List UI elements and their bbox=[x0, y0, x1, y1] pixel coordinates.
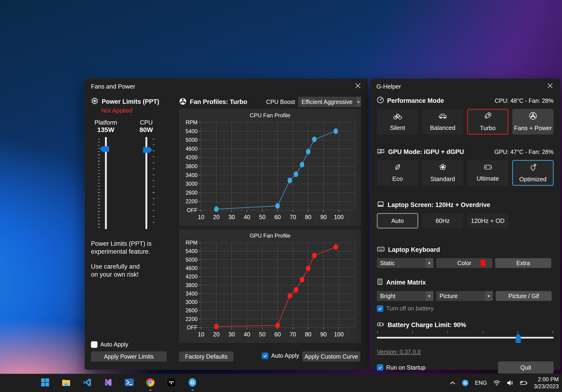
turn-off-on-battery-checkbox[interactable] bbox=[377, 305, 383, 312]
quit-button[interactable]: Quit bbox=[498, 361, 554, 374]
turbo-label: Turbo bbox=[480, 124, 496, 132]
ghelper-close-button[interactable] bbox=[546, 82, 554, 90]
run-on-startup-checkbox[interactable] bbox=[377, 364, 383, 371]
svg-text:3800: 3800 bbox=[186, 163, 198, 169]
performance-turbo-button[interactable]: Turbo bbox=[467, 109, 508, 134]
ghelper-icon: G bbox=[188, 378, 197, 388]
gauge-icon bbox=[377, 97, 384, 105]
chevron-down-icon: ▼ bbox=[484, 291, 493, 301]
slider-ticks bbox=[153, 139, 154, 227]
cpu-fan-profile-chart[interactable]: CPU Fan ProfileRPM5400500046004200380034… bbox=[179, 109, 361, 226]
platform-limit-value: 135W bbox=[97, 126, 114, 133]
volume-icon[interactable] bbox=[507, 380, 514, 386]
factory-defaults-button[interactable]: Factory Defaults bbox=[179, 351, 234, 362]
clock-time: 2:00 PM bbox=[534, 376, 559, 383]
svg-text:4600: 4600 bbox=[186, 146, 198, 152]
performance-fans-power-button[interactable]: Fans + Power bbox=[512, 109, 554, 134]
chrome-button[interactable] bbox=[140, 374, 161, 392]
cpu-limit-value: 80W bbox=[140, 126, 153, 133]
platform-limit-slider[interactable] bbox=[89, 137, 122, 230]
fans-window-titlebar: Fans and Power bbox=[85, 78, 368, 90]
visual-studio-button[interactable] bbox=[98, 374, 119, 392]
anime-picture-gif-button[interactable]: Picture / Gif bbox=[496, 291, 552, 301]
svg-text:2200: 2200 bbox=[186, 198, 198, 204]
platform-limit-label: Platform bbox=[89, 119, 122, 126]
cpu-limit-slider[interactable] bbox=[129, 137, 163, 230]
cpu-boost-dropdown[interactable]: Efficient Aggressive ▼ bbox=[298, 97, 361, 107]
fans-and-power-window: Fans and Power Power Limits (PPT) Not Ap… bbox=[85, 78, 368, 370]
tidal-button[interactable] bbox=[161, 374, 182, 392]
laptop-screen-heading: Laptop Screen: 120Hz + Overdrive bbox=[388, 201, 490, 209]
svg-text:RPM: RPM bbox=[186, 119, 198, 125]
tray-language[interactable]: ENG bbox=[475, 380, 487, 386]
tray-ghelper-icon[interactable]: G bbox=[462, 379, 469, 386]
wifi-icon[interactable] bbox=[493, 380, 501, 386]
svg-text:50: 50 bbox=[259, 331, 266, 337]
svg-text:80: 80 bbox=[305, 214, 311, 220]
tray-clock[interactable]: 2:00 PM 3/23/2023 bbox=[534, 376, 559, 390]
keyboard-color-button[interactable]: Color bbox=[436, 258, 492, 268]
screen-60hz-button[interactable]: 60Hz bbox=[422, 213, 463, 228]
gpu-temp-fan-info: GPU: 47°C - Fan: 28% bbox=[494, 149, 554, 155]
curve-auto-apply-checkbox[interactable] bbox=[262, 353, 268, 359]
power-auto-apply-checkbox[interactable] bbox=[91, 341, 97, 348]
battery-slider-thumb[interactable] bbox=[516, 334, 521, 343]
anime-brightness-dropdown[interactable]: Bright ▼ bbox=[377, 291, 433, 301]
apply-custom-curve-button[interactable]: Apply Custom Curve bbox=[302, 351, 360, 362]
apply-power-limits-button[interactable]: Apply Power Limits bbox=[91, 351, 167, 362]
gpu-fan-profile-chart[interactable]: GPU Fan ProfileRPM5400500046004200380034… bbox=[179, 229, 361, 343]
anime-mode-dropdown[interactable]: Picture ▼ bbox=[436, 291, 493, 301]
curve-auto-apply-row: Auto Apply bbox=[262, 352, 299, 359]
screen-120hz-od-button[interactable]: 120Hz + OD bbox=[467, 213, 508, 228]
keyboard-extra-button[interactable]: Extra bbox=[495, 258, 551, 268]
keyboard-icon bbox=[377, 246, 385, 254]
cpu-slider-thumb[interactable] bbox=[143, 147, 152, 153]
fans-window-close-button[interactable] bbox=[354, 82, 362, 90]
gpu-standard-button[interactable]: Standard bbox=[422, 160, 463, 186]
keyboard-controls: Static ▼ Color Extra bbox=[377, 258, 554, 268]
running-indicator bbox=[149, 390, 152, 391]
svg-text:5000: 5000 bbox=[186, 137, 198, 143]
start-button[interactable] bbox=[35, 374, 56, 392]
tray-chevron-up-icon[interactable] bbox=[450, 381, 456, 385]
battery-tray-icon[interactable] bbox=[520, 380, 528, 386]
gpu-ultimate-button[interactable]: Ultimate bbox=[467, 160, 508, 186]
slider-track[interactable] bbox=[377, 337, 554, 338]
performance-silent-button[interactable]: Silent bbox=[377, 109, 418, 134]
performance-balanced-button[interactable]: Balanced bbox=[422, 109, 463, 134]
tidal-icon bbox=[167, 378, 176, 388]
ghelper-titlebar: G-Helper bbox=[370, 78, 560, 90]
powershell-icon bbox=[124, 378, 134, 388]
platform-slider-thumb[interactable] bbox=[100, 146, 109, 152]
battery-icon bbox=[377, 321, 384, 329]
battery-limit-slider[interactable] bbox=[377, 331, 554, 343]
platform-limit: Platform 135W bbox=[89, 119, 122, 134]
vscode-button[interactable] bbox=[77, 374, 98, 392]
svg-text:60: 60 bbox=[274, 331, 281, 337]
note-line: experimental feature. bbox=[91, 248, 152, 256]
svg-text:3400: 3400 bbox=[186, 291, 198, 297]
version-link[interactable]: Version: 0.37.0.0 bbox=[377, 348, 421, 355]
note-line: Power Limits (PPT) is bbox=[91, 240, 152, 248]
svg-text:3000: 3000 bbox=[186, 299, 198, 305]
cpu-limit-label: CPU bbox=[129, 119, 163, 126]
ghelper-taskbar-button[interactable]: G bbox=[182, 374, 203, 392]
svg-text:30: 30 bbox=[228, 331, 235, 337]
gpu-optimized-button[interactable]: Optimized bbox=[512, 160, 554, 186]
laptop-keyboard-heading: Laptop Keyboard bbox=[388, 246, 440, 254]
svg-text:60: 60 bbox=[274, 214, 281, 220]
battery-header: Battery Charge Limit: 90% bbox=[377, 321, 554, 329]
keyboard-mode-dropdown[interactable]: Static ▼ bbox=[377, 258, 433, 268]
svg-text:5000: 5000 bbox=[186, 257, 198, 263]
slider-ticks bbox=[377, 331, 553, 333]
svg-text:2200: 2200 bbox=[186, 316, 198, 322]
color-swatch bbox=[481, 260, 485, 266]
gpu-card-icon bbox=[377, 148, 385, 156]
powershell-button[interactable] bbox=[119, 374, 140, 392]
gpu-eco-button[interactable]: Eco bbox=[377, 160, 418, 186]
anime-battery-checkbox-row: Turn off on battery bbox=[377, 305, 554, 312]
file-explorer-button[interactable] bbox=[56, 374, 77, 392]
screen-auto-button[interactable]: Auto bbox=[377, 213, 418, 228]
note-line: Use carefully and bbox=[91, 263, 152, 270]
turn-off-on-battery-label: Turn off on battery bbox=[386, 305, 434, 312]
